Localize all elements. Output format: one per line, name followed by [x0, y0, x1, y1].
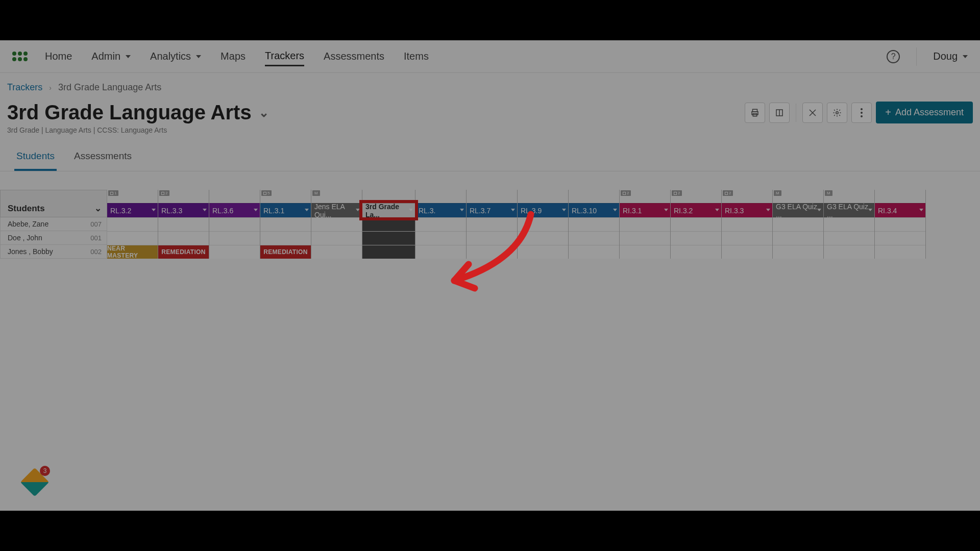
grid-cell[interactable] — [311, 231, 362, 245]
column-badge-row — [362, 190, 415, 196]
nav-maps[interactable]: Maps — [220, 47, 246, 65]
grid-cell[interactable] — [620, 217, 670, 231]
grid-cell[interactable] — [311, 217, 362, 231]
nav-items[interactable]: Items — [404, 47, 429, 65]
grid-cell[interactable] — [671, 231, 721, 245]
nav-divider — [916, 47, 917, 66]
svg-point-10 — [861, 115, 863, 117]
grid-cell[interactable] — [362, 245, 415, 259]
nav-admin[interactable]: Admin — [91, 47, 131, 65]
column-header[interactable]: RI.3.1 — [620, 203, 670, 217]
grid-cell[interactable] — [569, 245, 619, 259]
grid-cell[interactable] — [722, 245, 772, 259]
grid-cell[interactable] — [467, 245, 517, 259]
grid-cell[interactable] — [722, 231, 772, 245]
column-header[interactable]: RL.3.10 — [569, 203, 619, 217]
grid-cell[interactable] — [875, 245, 925, 259]
grid-cell[interactable] — [518, 217, 568, 231]
grid-cell[interactable] — [260, 231, 311, 245]
grid-cell[interactable] — [415, 245, 466, 259]
grid-cell[interactable] — [875, 217, 925, 231]
student-row[interactable]: Abebe, Zane 007 — [0, 217, 107, 231]
grid-cell[interactable] — [415, 231, 466, 245]
gear-icon[interactable] — [827, 103, 847, 123]
notifications-widget[interactable]: 3 — [20, 467, 49, 495]
student-row[interactable]: Doe , John 001 — [0, 231, 107, 245]
grid-cell[interactable] — [158, 231, 209, 245]
page-title[interactable]: 3rd Grade Language Arts ⌄ — [7, 101, 269, 124]
column-header[interactable]: RL.3.2 — [107, 203, 158, 217]
grid-cell[interactable] — [362, 231, 415, 245]
column-badge-row — [518, 190, 568, 196]
standard-columns: 1RL.3.2NEAR MASTERY2RL.3.3REMEDIATIONRL.… — [107, 190, 980, 259]
column-header[interactable]: RI.3.2 — [671, 203, 721, 217]
grid-cell[interactable] — [107, 231, 158, 245]
grid-cell[interactable] — [773, 231, 823, 245]
grid-cell[interactable]: NEAR MASTERY — [107, 245, 158, 259]
more-icon[interactable] — [851, 103, 872, 123]
grid-cell[interactable] — [209, 231, 260, 245]
nav-assessments[interactable]: Assessments — [324, 47, 384, 65]
column-header[interactable]: RI.3.3 — [722, 203, 772, 217]
column-header[interactable]: RL.3.1 — [260, 203, 311, 217]
logo-icon[interactable] — [12, 51, 31, 63]
grid-cell[interactable] — [620, 231, 670, 245]
breadcrumb-root[interactable]: Trackers — [7, 82, 42, 92]
nav-analytics[interactable]: Analytics — [150, 47, 201, 65]
column-badge-row: M — [824, 190, 874, 196]
grid-cell[interactable]: REMEDIATION — [158, 245, 209, 259]
count-badge: 2 — [621, 190, 631, 196]
dropdown-icon — [868, 209, 872, 211]
help-icon[interactable]: ? — [887, 50, 900, 63]
columns-icon[interactable] — [769, 103, 790, 123]
action-divider — [796, 104, 796, 122]
column-header[interactable]: G3 ELA Quiz ... — [773, 203, 823, 217]
add-assessment-button[interactable]: + Add Assessment — [876, 102, 973, 123]
grid-cell[interactable] — [107, 217, 158, 231]
grid-cell[interactable] — [569, 231, 619, 245]
grid-cell[interactable] — [518, 231, 568, 245]
grid-cell[interactable] — [824, 217, 874, 231]
column-header[interactable]: RL.3.7 — [467, 203, 517, 217]
print-icon[interactable] — [745, 103, 765, 123]
grid-cell[interactable] — [671, 245, 721, 259]
grid-cell[interactable] — [415, 217, 466, 231]
column-header[interactable]: RL.3.3 — [158, 203, 209, 217]
grid-cell[interactable]: REMEDIATION — [260, 245, 311, 259]
column-header[interactable]: RI.3.4 — [875, 203, 925, 217]
grid-cell[interactable] — [671, 217, 721, 231]
grid-cell[interactable] — [209, 245, 260, 259]
column-header[interactable]: G3 ELA Quiz ... — [824, 203, 874, 217]
tools-icon[interactable] — [802, 103, 823, 123]
column-header[interactable]: RL.3.9 — [518, 203, 568, 217]
students-header[interactable]: Students ⌄ — [0, 190, 107, 217]
grid-cell[interactable] — [569, 217, 619, 231]
tab-assessments[interactable]: Assessments — [72, 145, 134, 171]
column-header[interactable]: RL.3.6 — [209, 203, 260, 217]
dropdown-icon — [766, 209, 770, 211]
column-header[interactable]: RL.3. — [415, 203, 466, 217]
grid-cell[interactable] — [311, 245, 362, 259]
grid-cell[interactable] — [518, 245, 568, 259]
grid-cell[interactable] — [158, 217, 209, 231]
grid-cell[interactable] — [209, 217, 260, 231]
column-header[interactable]: Jens ELA Qui... — [311, 203, 362, 217]
grid-cell[interactable] — [824, 245, 874, 259]
grid-cell[interactable] — [467, 231, 517, 245]
student-row[interactable]: Jones , Bobby 002 — [0, 245, 107, 259]
tracker-grid: Students ⌄ Abebe, Zane 007 Doe , John 00… — [0, 190, 980, 259]
grid-cell[interactable] — [722, 217, 772, 231]
tab-students[interactable]: Students — [14, 145, 57, 171]
user-menu[interactable]: Doug — [933, 51, 968, 62]
grid-cell[interactable] — [824, 231, 874, 245]
column-badge-row: M — [773, 190, 823, 196]
nav-trackers[interactable]: Trackers — [265, 47, 304, 66]
dropdown-icon — [817, 209, 821, 211]
grid-cell[interactable] — [620, 245, 670, 259]
grid-cell[interactable] — [773, 245, 823, 259]
grid-cell[interactable] — [467, 217, 517, 231]
grid-cell[interactable] — [260, 217, 311, 231]
nav-home[interactable]: Home — [45, 47, 72, 65]
grid-cell[interactable] — [773, 217, 823, 231]
grid-cell[interactable] — [875, 231, 925, 245]
